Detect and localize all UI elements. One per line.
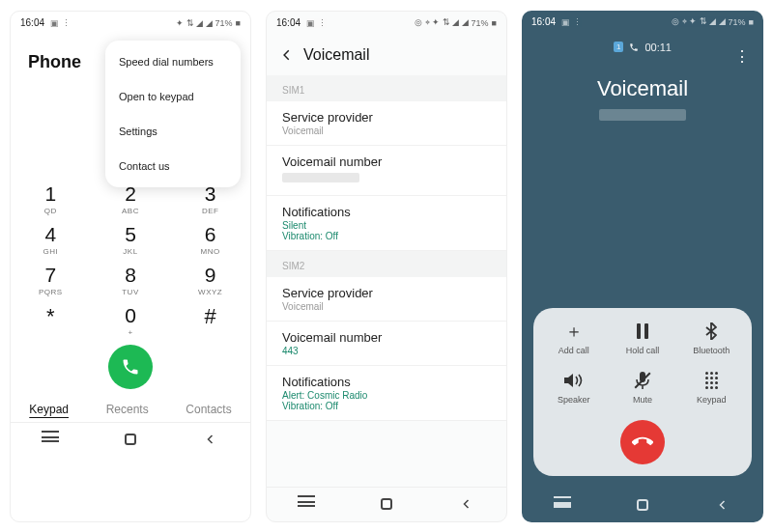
settings-title: Voicemail [303,46,369,64]
menu-contact-us[interactable]: Contact us [105,149,241,183]
status-left-icons: ▣ ⋮ [306,18,327,28]
status-bar: 16:04 ▣ ⋮ ◎ ⌖ ✦ ⇅ ◢ ◢ 71%■ [522,11,763,34]
section-sim2-label: SIM2 [267,251,506,277]
status-bar: 16:04 ▣ ⋮ ◎ ⌖ ✦ ⇅ ◢ ◢ 71%■ [267,12,506,35]
nav-back-button[interactable] [453,497,480,511]
status-right-icons: ◎ ⌖ ✦ ⇅ ◢ ◢ 71%■ [672,16,754,27]
key-9[interactable]: 9WXYZ [170,264,250,296]
dialpad: 1QD 2ABC 3DEF 4GHI 5JKL 6MNO 7PQRS 8TUV … [11,182,250,337]
key-4[interactable]: 4GHI [11,223,91,256]
status-right-icons: ◎ ⌖ ✦ ⇅ ◢ ◢ 71%■ [415,17,497,28]
status-time: 16:04 [531,16,556,27]
screen-in-call: 16:04 ▣ ⋮ ◎ ⌖ ✦ ⇅ ◢ ◢ 71%■ ⋮ 1 00:11 Voi… [522,11,763,522]
screen-voicemail-settings: 16:04 ▣ ⋮ ◎ ⌖ ✦ ⇅ ◢ ◢ 71%■ Voicemail SIM… [266,11,507,522]
status-left-icons: ▣ ⋮ [561,17,582,27]
key-hash[interactable]: # [170,304,250,337]
key-6[interactable]: 6MNO [170,223,250,256]
row-sim1-provider[interactable]: Service provider Voicemail [267,101,506,146]
redacted-number [282,173,359,182]
key-0[interactable]: 0+ [91,304,171,337]
menu-open-keypad[interactable]: Open to keypad [105,79,241,114]
status-left-icons: ▣ ⋮ [50,18,71,28]
status-bar: 16:04 ▣ ⋮ ✦ ⇅ ◢ ◢ 71%■ [11,12,250,35]
caller-name: Voicemail [522,76,763,101]
call-button[interactable] [108,345,153,389]
svg-rect-1 [644,323,648,339]
key-3[interactable]: 3DEF [170,182,250,215]
pause-icon [608,322,676,341]
caller-number-redacted [599,109,686,121]
bluetooth-icon [677,322,746,341]
screen-phone-keypad: 16:04 ▣ ⋮ ✦ ⇅ ◢ ◢ 71%■ Phone Speed dial … [10,11,251,522]
back-icon[interactable] [280,48,294,62]
svg-rect-2 [640,372,645,382]
mute-icon [608,371,676,390]
row-sim1-notifications[interactable]: Notifications Silent Vibration: Off [267,196,506,251]
nav-recents-button[interactable] [549,498,576,512]
key-star[interactable]: * [11,304,91,337]
action-hold-call[interactable]: Hold call [608,322,676,355]
tab-recents[interactable]: Recents [106,403,149,416]
keypad-icon [677,371,746,390]
settings-header: Voicemail [267,35,506,75]
key-5[interactable]: 5JKL [91,223,171,256]
action-bluetooth[interactable]: Bluetooth [677,322,746,355]
call-actions-panel: ＋ Add call Hold call Bluetooth Speaker M… [533,308,752,476]
action-mute[interactable]: Mute [608,371,676,405]
call-info: 1 00:11 Voicemail [522,34,763,121]
plus-icon: ＋ [539,322,608,341]
nav-back-button[interactable] [709,498,736,512]
speaker-icon [539,371,608,390]
end-call-button[interactable] [620,420,665,464]
android-navbar [11,422,250,457]
nav-home-button[interactable] [117,433,144,446]
nav-home-button[interactable] [373,497,400,511]
bottom-tabs: Keypad Recents Contacts [11,389,250,422]
overflow-menu: Speed dial numbers Open to keypad Settin… [105,41,241,187]
action-keypad[interactable]: Keypad [677,371,746,405]
status-time: 16:04 [276,17,301,28]
tab-contacts[interactable]: Contacts [186,403,231,416]
call-duration: 00:11 [644,42,672,53]
row-sim1-number[interactable]: Voicemail number [267,146,506,196]
menu-settings[interactable]: Settings [105,114,241,149]
android-navbar [267,487,506,521]
nav-recents-button[interactable] [37,433,64,446]
phone-icon [121,357,140,377]
action-add-call[interactable]: ＋ Add call [539,322,608,355]
phone-small-icon [629,42,639,52]
key-2[interactable]: 2ABC [91,182,171,215]
key-1[interactable]: 1QD [11,182,91,215]
menu-speed-dial[interactable]: Speed dial numbers [105,44,241,79]
status-time: 16:04 [20,17,44,28]
sim-badge: 1 [614,42,623,52]
key-7[interactable]: 7PQRS [11,264,91,296]
tab-keypad[interactable]: Keypad [29,403,69,416]
nav-back-button[interactable] [197,433,224,446]
status-right-icons: ✦ ⇅ ◢ ◢ 71%■ [176,18,241,28]
section-sim1-label: SIM1 [267,75,506,101]
android-navbar [522,488,763,522]
row-sim2-number[interactable]: Voicemail number 443 [267,322,506,366]
nav-home-button[interactable] [629,498,656,512]
row-sim2-notifications[interactable]: Notifications Alert: Cosmic Radio Vibrat… [267,366,506,421]
svg-rect-0 [637,323,641,339]
call-timer: 1 00:11 [522,42,763,53]
key-8[interactable]: 8TUV [91,264,171,296]
nav-recents-button[interactable] [293,497,320,511]
hangup-icon [632,432,653,453]
row-sim2-provider[interactable]: Service provider Voicemail [267,277,506,322]
action-speaker[interactable]: Speaker [539,371,608,405]
